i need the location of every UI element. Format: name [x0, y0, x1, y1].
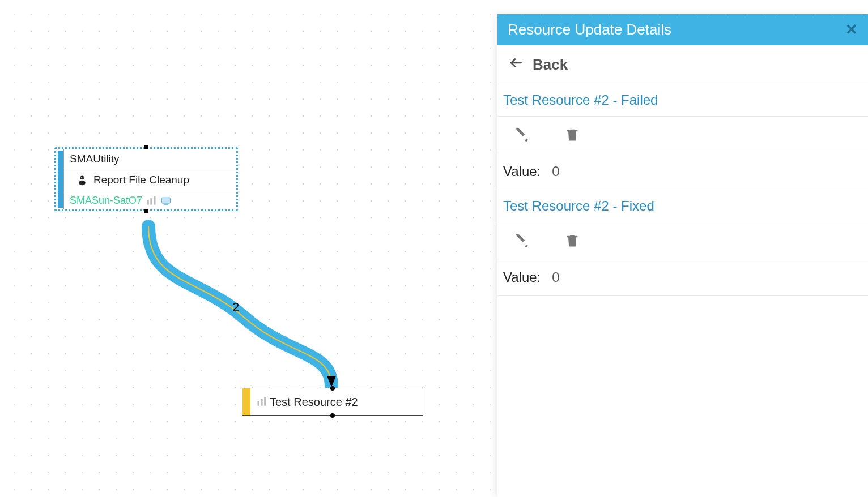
svg-rect-5: [147, 200, 149, 204]
edit-icon[interactable]: [514, 127, 530, 143]
panel-header: Resource Update Details ✕: [497, 14, 868, 45]
node-status-bar: [58, 151, 63, 208]
linux-icon: [76, 174, 88, 186]
delete-icon[interactable]: [564, 127, 580, 143]
section-title-failed: Test Resource #2 - Failed: [497, 84, 868, 117]
edit-icon[interactable]: [514, 233, 530, 249]
back-arrow-icon[interactable]: [509, 55, 524, 74]
bars-icon: [256, 396, 267, 408]
delete-icon[interactable]: [564, 233, 580, 249]
close-icon[interactable]: ✕: [845, 21, 858, 38]
node-title: SMAUtility: [64, 149, 236, 168]
back-label: Back: [533, 56, 568, 74]
svg-rect-10: [258, 401, 259, 405]
panel-title: Resource Update Details: [508, 21, 671, 38]
section-actions: [497, 222, 868, 259]
node-status-bar: [242, 388, 250, 415]
svg-point-3: [81, 177, 82, 178]
section-actions: [497, 117, 868, 153]
node-handle-bottom[interactable]: [144, 209, 148, 213]
svg-rect-8: [162, 198, 171, 203]
svg-point-1: [80, 176, 84, 180]
svg-rect-9: [164, 204, 168, 205]
svg-rect-6: [150, 198, 152, 205]
node-schedule-label: SMASun-SatO7: [70, 195, 142, 207]
svg-rect-11: [261, 399, 262, 406]
value-label: Value:: [503, 164, 541, 179]
value-label: Value:: [503, 269, 541, 285]
edge-label: 2: [232, 300, 239, 315]
svg-point-4: [83, 177, 84, 178]
value-number: 0: [552, 164, 559, 179]
details-panel: Resource Update Details ✕ Back Test Reso…: [497, 14, 868, 497]
value-number: 0: [552, 269, 559, 285]
value-row: Value: 0: [497, 259, 868, 296]
svg-point-2: [79, 181, 86, 185]
node-handle-top[interactable]: [144, 145, 148, 149]
svg-rect-7: [154, 196, 155, 204]
node-job-label: Report File Cleanup: [93, 174, 189, 186]
edge-connector: [0, 0, 453, 497]
node-handle-bottom[interactable]: [330, 413, 335, 418]
node-test-resource[interactable]: Test Resource #2: [242, 388, 423, 416]
back-row[interactable]: Back: [497, 45, 868, 84]
node-resource-label: Test Resource #2: [270, 396, 358, 409]
node-handle-top[interactable]: [330, 386, 335, 391]
section-title-fixed: Test Resource #2 - Fixed: [497, 190, 868, 222]
svg-rect-12: [264, 397, 266, 406]
machine-icon: [160, 195, 172, 207]
value-row: Value: 0: [497, 153, 868, 190]
node-smautility[interactable]: SMAUtility Report File Cleanup SMASun-Sa…: [54, 147, 238, 211]
bars-icon: [146, 195, 157, 207]
